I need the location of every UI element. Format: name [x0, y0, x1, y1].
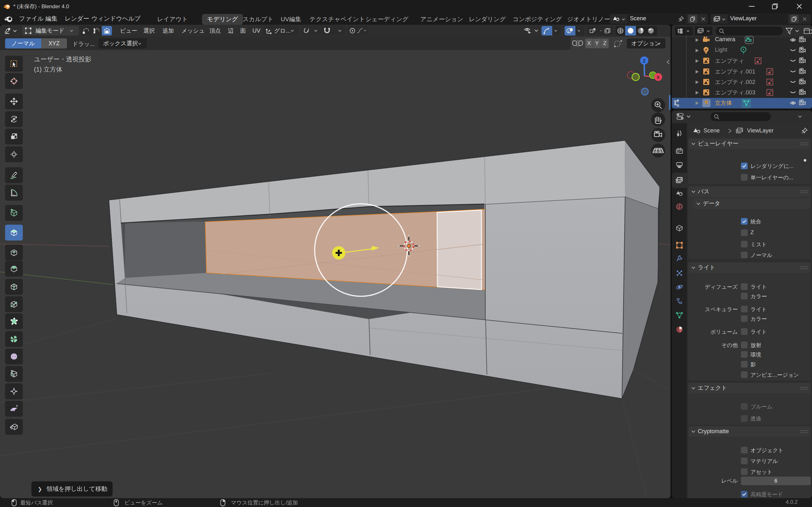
- svg-text:Z: Z: [643, 58, 646, 63]
- svg-text:X: X: [657, 75, 660, 80]
